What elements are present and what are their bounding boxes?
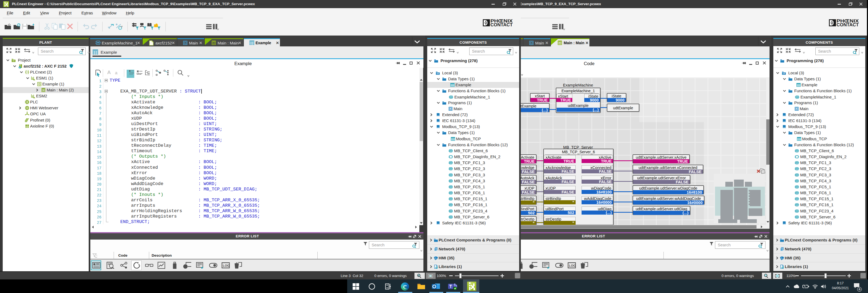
svg-text:CONTACT: CONTACT <box>837 23 859 27</box>
svg-text:LOG: LOG <box>223 264 230 267</box>
svg-text:LOG: LOG <box>569 264 576 267</box>
svg-text:CONTACT: CONTACT <box>490 23 513 27</box>
